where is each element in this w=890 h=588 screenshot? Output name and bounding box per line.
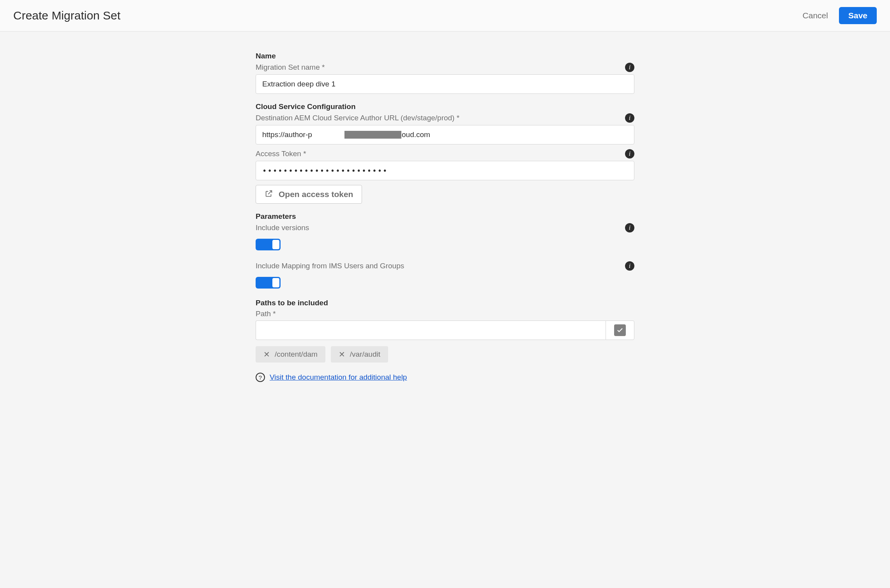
path-chips: ✕ /content/dam ✕ /var/audit xyxy=(256,346,634,363)
header-actions: Cancel Save xyxy=(800,7,877,24)
documentation-link[interactable]: Visit the documentation for additional h… xyxy=(270,373,407,382)
destination-url-input[interactable] xyxy=(256,125,634,144)
include-mapping-toggle[interactable] xyxy=(256,277,281,289)
path-chip: ✕ /content/dam xyxy=(256,346,325,363)
path-confirm-button[interactable] xyxy=(606,320,634,340)
toggle-knob xyxy=(272,278,279,287)
info-icon[interactable]: i xyxy=(625,261,634,271)
section-paths-title: Paths to be included xyxy=(256,299,634,307)
include-versions-toggle[interactable] xyxy=(256,239,281,250)
section-params-title: Parameters xyxy=(256,212,634,221)
info-icon[interactable]: i xyxy=(625,113,634,123)
form-container: Name Migration Set name * i Cloud Servic… xyxy=(256,32,634,398)
url-redaction-mask xyxy=(344,131,401,139)
check-icon xyxy=(614,324,626,336)
open-access-token-button[interactable]: Open access token xyxy=(256,185,362,204)
help-icon: ? xyxy=(256,373,265,382)
section-cloud-title: Cloud Service Configuration xyxy=(256,102,634,111)
path-label: Path * xyxy=(256,310,634,318)
url-label: Destination AEM Cloud Service Author URL… xyxy=(256,114,459,122)
help-row: ? Visit the documentation for additional… xyxy=(256,373,634,382)
info-icon[interactable]: i xyxy=(625,223,634,232)
page-title: Create Migration Set xyxy=(13,9,120,22)
access-token-input[interactable] xyxy=(256,161,634,180)
field-row-mapping: Include Mapping from IMS Users and Group… xyxy=(256,261,634,271)
toggle-knob xyxy=(272,240,279,249)
chip-label: /var/audit xyxy=(350,350,380,359)
info-icon[interactable]: i xyxy=(625,149,634,158)
include-versions-label: Include versions xyxy=(256,224,309,232)
cancel-button[interactable]: Cancel xyxy=(800,11,830,21)
chip-label: /content/dam xyxy=(275,350,318,359)
save-button[interactable]: Save xyxy=(839,7,877,24)
info-icon[interactable]: i xyxy=(625,63,634,72)
external-link-icon xyxy=(265,189,273,200)
section-name-title: Name xyxy=(256,52,634,60)
path-input[interactable] xyxy=(256,320,606,340)
field-row-versions: Include versions i xyxy=(256,223,634,232)
remove-chip-icon[interactable]: ✕ xyxy=(339,350,345,358)
open-access-token-label: Open access token xyxy=(279,190,353,199)
remove-chip-icon[interactable]: ✕ xyxy=(263,350,270,358)
field-row-token: Access Token * i xyxy=(256,149,634,158)
include-mapping-label: Include Mapping from IMS Users and Group… xyxy=(256,262,404,270)
name-label: Migration Set name * xyxy=(256,63,325,72)
migration-set-name-input[interactable] xyxy=(256,74,634,94)
path-chip: ✕ /var/audit xyxy=(331,346,388,363)
field-row-name: Migration Set name * i xyxy=(256,63,634,72)
token-label: Access Token * xyxy=(256,150,306,158)
path-input-row xyxy=(256,320,634,340)
field-row-url: Destination AEM Cloud Service Author URL… xyxy=(256,113,634,123)
page-header: Create Migration Set Cancel Save xyxy=(0,0,890,32)
